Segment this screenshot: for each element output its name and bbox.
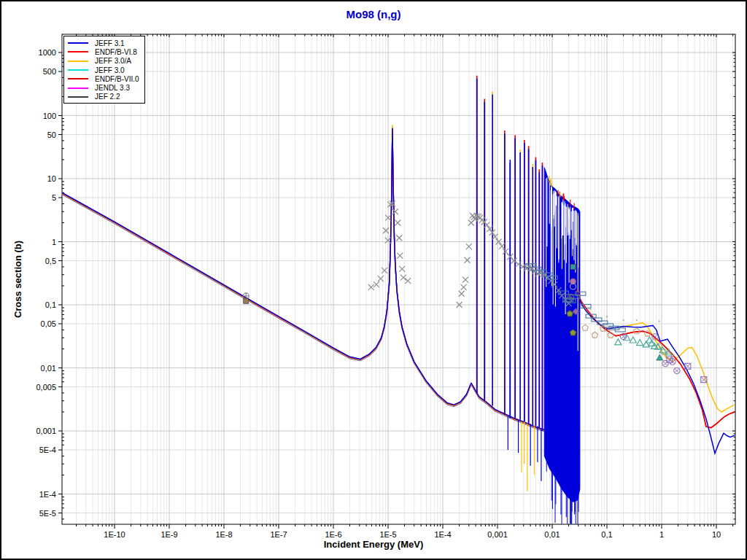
legend-line-icon — [68, 78, 88, 79]
x-axis-title: Incident Energy (MeV) — [1, 539, 746, 550]
y-tick-label: 0,01 — [41, 364, 56, 373]
legend-line-icon — [68, 61, 88, 62]
legend-item: JEFF 3.1 — [64, 39, 144, 47]
x-tick-label: 0,01 — [544, 530, 560, 539]
janis-plot-window: Mo98 (n,g) 1E-101E-91E-81E-71E-61E-51E-4… — [0, 0, 747, 560]
legend-line-icon — [68, 69, 88, 71]
x-tick-label: 1E-4 — [434, 530, 451, 539]
y-tick-label: 10 — [47, 174, 56, 183]
y-tick-label: 5E-4 — [39, 446, 56, 454]
y-tick-label: 0,05 — [41, 319, 56, 328]
exp-series-thermal-square — [244, 298, 249, 303]
x-tick-label: 1E-7 — [270, 530, 287, 539]
plot-area — [62, 76, 735, 559]
y-tick-label: 50 — [47, 131, 56, 139]
legend-item-label: JEFF 3.1 — [95, 39, 125, 47]
y-tick-labels: 10005001005010510,50,10,050,010,0050,001… — [36, 48, 56, 518]
legend-item-label: ENDF/B-VII.0 — [95, 75, 139, 83]
y-tick-label: 0,005 — [36, 383, 56, 392]
x-tick-label: 1E-10 — [104, 530, 125, 539]
legend-item-label: JENDL 3.3 — [95, 84, 130, 92]
x-tick-labels: 1E-101E-91E-81E-71E-61E-51E-40,0010,010,… — [104, 530, 721, 539]
exp-series-teal-square-filled — [570, 264, 576, 269]
x-tick-label: 1 — [659, 530, 664, 539]
x-tick-label: 10 — [712, 530, 721, 539]
y-tick-label: 5 — [52, 193, 56, 202]
y-tick-label: 5E-5 — [39, 509, 56, 518]
y-tick-label: 500 — [43, 67, 56, 76]
x-tick-label: 1E-8 — [215, 530, 232, 539]
x-tick-label: 1E-5 — [379, 530, 396, 539]
legend-item: ENDF/B-VII.0 — [64, 74, 144, 83]
legend-item: JEFF 3.0 — [64, 66, 144, 74]
exp-series-thermal-circle-plus — [243, 293, 249, 299]
x-tick-label: 1E-9 — [160, 530, 177, 539]
x-tick-label: 0,1 — [601, 530, 612, 539]
y-tick-label: 0,5 — [45, 257, 56, 265]
legend-line-icon — [68, 51, 88, 52]
legend-item: ENDF/B-VI.8 — [64, 47, 144, 56]
legend-item-label: JEF 2.2 — [95, 93, 120, 101]
y-tick-label: 100 — [43, 112, 56, 120]
y-tick-label: 0,1 — [45, 300, 56, 309]
plot-frame — [62, 34, 735, 524]
legend: JEFF 3.1ENDF/B-VI.8JEFF 3.0/AJEFF 3.0END… — [63, 36, 145, 104]
legend-item-label: JEFF 3.0/A — [95, 57, 131, 65]
y-tick-label: 1E-4 — [39, 490, 56, 499]
y-axis-title: Cross section (b) — [12, 241, 23, 318]
grid — [62, 34, 735, 524]
y-tick-label: 0,001 — [36, 427, 56, 435]
legend-item: JEFF 3.0/A — [64, 57, 144, 66]
legend-line-icon — [68, 42, 88, 44]
x-tick-label: 0,001 — [487, 530, 508, 539]
legend-item: JEF 2.2 — [64, 93, 144, 101]
legend-line-icon — [68, 96, 88, 98]
x-tick-label: 1E-6 — [325, 530, 341, 539]
legend-line-icon — [68, 88, 88, 89]
legend-item: JENDL 3.3 — [64, 83, 144, 92]
exp-series-tan-pentagons — [582, 324, 672, 358]
y-tick-label: 1 — [52, 238, 56, 246]
y-tick-label: 1000 — [39, 48, 56, 57]
legend-item-label: JEFF 3.0 — [95, 66, 125, 74]
legend-item-label: ENDF/B-VI.8 — [95, 48, 137, 56]
